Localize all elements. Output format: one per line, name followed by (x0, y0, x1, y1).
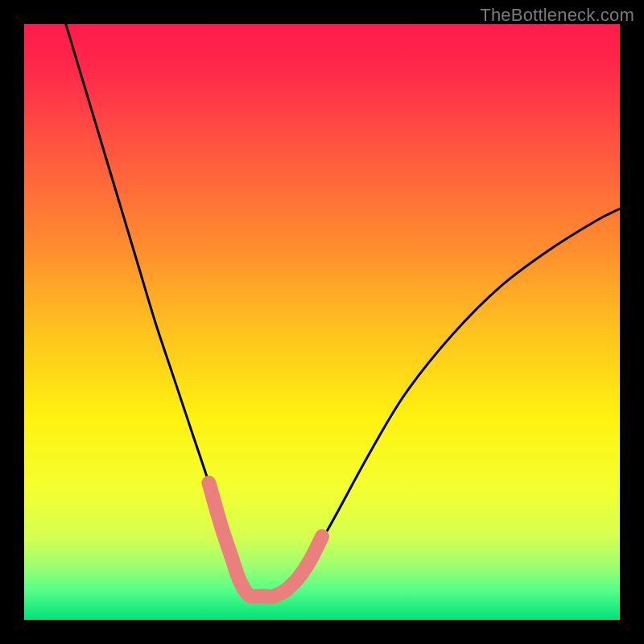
curve-layer (24, 24, 620, 620)
chart-frame: TheBottleneck.com (0, 0, 644, 644)
watermark-text: TheBottleneck.com (480, 5, 634, 26)
trough-pink-band (245, 590, 287, 597)
bottleneck-curve (66, 24, 620, 597)
left-pink-band (208, 483, 244, 590)
highlight-bands (208, 483, 322, 597)
right-pink-band (287, 536, 322, 590)
plot-area (24, 24, 620, 620)
